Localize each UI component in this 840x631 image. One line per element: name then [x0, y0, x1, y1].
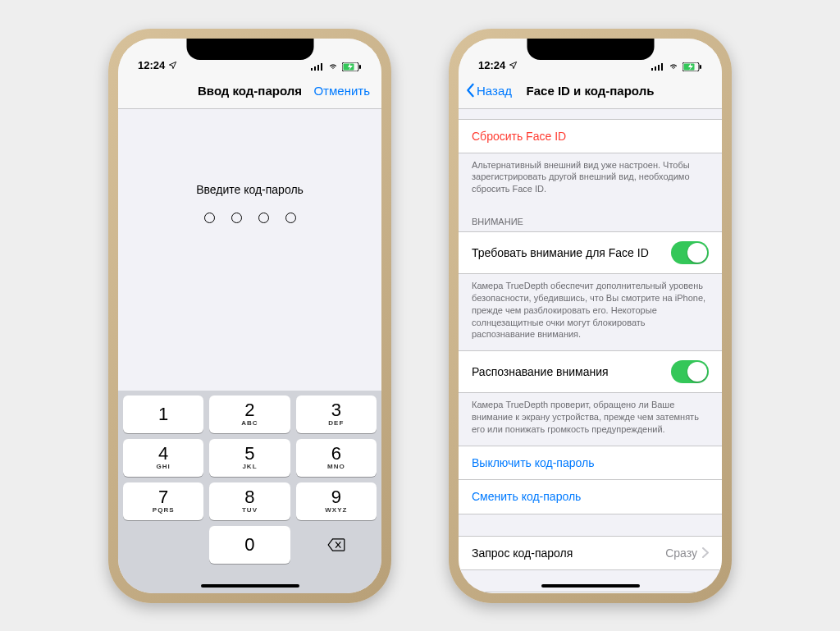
- backspace-key[interactable]: [296, 526, 377, 564]
- wifi-icon: [327, 62, 339, 71]
- numeric-keypad: 1 2ABC 3DEF 4GHI 5JKL 6MNO 7PQRS 8TUV 9W…: [118, 391, 381, 593]
- key-5[interactable]: 5JKL: [209, 439, 290, 477]
- svg-rect-6: [359, 65, 361, 69]
- location-icon: [509, 61, 518, 70]
- signal-icon: [311, 62, 324, 71]
- reset-faceid-cell[interactable]: Сбросить Face ID: [459, 119, 722, 153]
- svg-rect-7: [651, 68, 653, 71]
- cell-label: Запрос код-пароля: [472, 546, 573, 560]
- passcode-dot: [231, 213, 242, 223]
- attention-aware-cell[interactable]: Распознавание внимания: [459, 350, 722, 393]
- home-indicator[interactable]: [201, 584, 299, 588]
- passcode-prompt: Введите код-пароль: [118, 183, 381, 196]
- notch: [527, 39, 654, 60]
- chevron-right-icon: [702, 547, 709, 558]
- key-1[interactable]: 1: [123, 396, 203, 433]
- nav-title: Face ID и код-пароль: [527, 84, 655, 98]
- phone-left: 12:24 Ввод код-пароля Отменить Введите к…: [108, 29, 391, 603]
- backspace-icon: [327, 538, 345, 551]
- svg-rect-13: [700, 65, 701, 69]
- turn-off-passcode-cell[interactable]: Выключить код-пароль: [459, 446, 722, 480]
- screen-right: 12:24 Назад Face ID и код-пароль Сбросит…: [459, 39, 722, 593]
- attention-aware-footer: Камера TrueDepth проверит, обращено ли В…: [459, 393, 722, 446]
- require-passcode-value: Сразу: [665, 546, 697, 560]
- nav-bar: Назад Face ID и код-пароль: [459, 73, 722, 109]
- svg-rect-1: [314, 66, 316, 71]
- notch: [186, 39, 313, 60]
- svg-rect-8: [655, 66, 656, 71]
- key-8[interactable]: 8TUV: [209, 482, 290, 520]
- key-4[interactable]: 4GHI: [123, 439, 203, 477]
- key-7[interactable]: 7PQRS: [123, 482, 203, 520]
- location-icon: [168, 61, 177, 70]
- phone-right: 12:24 Назад Face ID и код-пароль Сбросит…: [449, 29, 732, 603]
- svg-rect-3: [321, 63, 322, 71]
- cancel-button[interactable]: Отменить: [313, 84, 370, 98]
- key-3[interactable]: 3DEF: [296, 396, 377, 433]
- key-0[interactable]: 0: [209, 526, 290, 564]
- cell-label: Сбросить Face ID: [472, 130, 566, 143]
- passcode-dot: [285, 213, 296, 223]
- battery-icon: [342, 62, 362, 71]
- passcode-dots: [118, 213, 381, 223]
- key-empty: [123, 526, 203, 564]
- reset-footer: Альтернативный внешний вид уже настроен.…: [459, 153, 722, 206]
- cell-label: Выключить код-пароль: [472, 456, 594, 469]
- screen-left: 12:24 Ввод код-пароля Отменить Введите к…: [118, 39, 381, 593]
- signal-icon: [651, 62, 664, 71]
- chevron-left-icon: [465, 83, 475, 98]
- passcode-dot: [258, 213, 269, 223]
- back-button[interactable]: Назад: [465, 83, 512, 98]
- attention-aware-switch[interactable]: [671, 360, 709, 383]
- passcode-dot: [204, 213, 215, 223]
- nav-title: Ввод код-пароля: [198, 84, 302, 98]
- cell-label: Распознавание внимания: [472, 365, 609, 378]
- status-time: 12:24: [138, 59, 165, 71]
- require-attention-switch[interactable]: [671, 241, 709, 264]
- passcode-area: Введите код-пароль: [118, 109, 381, 223]
- svg-rect-2: [317, 65, 319, 71]
- require-passcode-cell[interactable]: Запрос код-пароля Сразу: [459, 536, 722, 570]
- home-indicator[interactable]: [541, 584, 640, 588]
- svg-rect-10: [661, 63, 663, 71]
- key-6[interactable]: 6MNO: [296, 439, 377, 477]
- require-attention-footer: Камера TrueDepth обеспечит дополнительны…: [459, 274, 722, 350]
- settings-list[interactable]: Сбросить Face ID Альтернативный внешний …: [459, 109, 722, 593]
- voice-dial-cell[interactable]: Голосовой набор: [459, 592, 722, 593]
- svg-rect-0: [311, 68, 313, 71]
- key-9[interactable]: 9WXYZ: [296, 482, 377, 520]
- change-passcode-cell[interactable]: Сменить код-пароль: [459, 480, 722, 514]
- key-2[interactable]: 2ABC: [209, 396, 290, 433]
- battery-icon: [682, 62, 702, 71]
- nav-bar: Ввод код-пароля Отменить: [118, 73, 381, 109]
- wifi-icon: [668, 62, 679, 71]
- cell-label: Требовать внимание для Face ID: [472, 246, 649, 259]
- cell-label: Сменить код-пароль: [472, 490, 581, 503]
- attention-header: ВНИМАНИЕ: [459, 205, 722, 231]
- require-attention-cell[interactable]: Требовать внимание для Face ID: [459, 231, 722, 274]
- svg-rect-9: [658, 65, 660, 71]
- status-time: 12:24: [478, 59, 505, 71]
